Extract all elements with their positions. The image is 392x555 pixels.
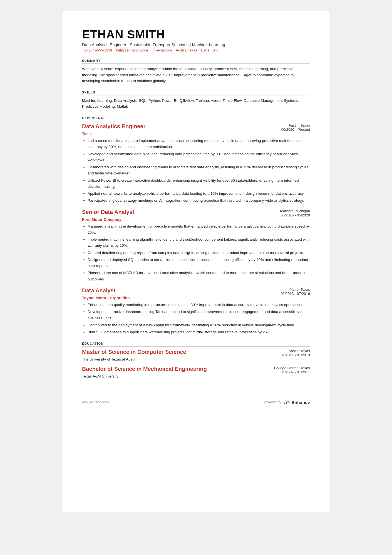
exp-bullet-2-4: Designed and deployed SQL queries to str… — [88, 257, 310, 269]
skills-text: Machine Learning, Data Analysis, SQL, Py… — [82, 98, 310, 110]
experience-section-label: EXPERIENCE — [82, 116, 310, 121]
contact-linkedin[interactable]: linkedin.com — [152, 48, 172, 52]
exp-bullet-1-1: Led a cross-functional team to implement… — [88, 138, 310, 150]
exp-location-2: Dearborn, Michigan — [279, 209, 310, 213]
exp-bullet-2-1: Managed a team in the development of pre… — [88, 223, 310, 236]
exp-meta-2: Dearborn, Michigan 08/2016 - 05/2020 — [279, 209, 310, 217]
edu-location-1: Austin, Texas — [281, 349, 310, 353]
resume-page: ETHAN SMITH Data Analytics Engineer | Su… — [63, 11, 329, 512]
exp-company-1: Tesla — [82, 132, 310, 136]
exp-bullet-1-6: Participated in global strategy meetings… — [88, 198, 310, 204]
exp-bullet-1-3: Collaborated with design and engineering… — [88, 164, 310, 177]
exp-date-1: 06/2020 - Present — [281, 127, 310, 132]
experience-entry-2: Senior Data Analyst Dearborn, Michigan 0… — [82, 209, 310, 282]
footer: www.enhancv.com Powered by Enhancv — [82, 395, 310, 405]
education-entry-2: Bachelor of Science in Mechanical Engine… — [82, 366, 310, 378]
edu-school-2: Texas A&M University — [82, 374, 310, 378]
exp-bullets-3: Enhanced data quality monitoring infrast… — [82, 302, 310, 335]
enhancv-brand-name: Enhancv — [292, 400, 310, 405]
summary-text: With over 10 years' experience in data a… — [82, 66, 310, 84]
exp-bullets-2: Managed a team in the development of pre… — [82, 223, 310, 282]
exp-header-2: Senior Data Analyst Dearborn, Michigan 0… — [82, 209, 310, 217]
contact-line: +1-(234)-555-1234 help@enhancv.com linke… — [82, 48, 310, 52]
exp-bullet-3-4: Built SQL databases to support data ware… — [88, 329, 310, 335]
exp-bullet-3-2: Developed interactive dashboards using T… — [88, 309, 310, 321]
exp-meta-1: Austin, Texas 06/2020 - Present — [281, 123, 310, 132]
edu-date-1: 01/2011 - 01/2013 — [281, 353, 310, 357]
summary-section-label: SUMMARY — [82, 59, 310, 64]
exp-bullet-1-4: Utilized Power BI to create interactive … — [88, 177, 310, 190]
edu-date-2: 01/2007 - 01/2011 — [274, 370, 310, 374]
exp-bullet-3-1: Enhanced data quality monitoring infrast… — [88, 302, 310, 308]
exp-bullets-1: Led a cross-functional team to implement… — [82, 138, 310, 204]
exp-date-2: 08/2016 - 05/2020 — [279, 213, 310, 217]
education-entry-1: Master of Science in Computer Science Au… — [82, 349, 310, 361]
contact-email[interactable]: help@enhancv.com — [116, 48, 148, 52]
contact-extra: Extra Field — [201, 48, 218, 52]
exp-title-1: Data Analytics Engineer — [82, 123, 145, 130]
exp-location-1: Austin, Texas — [281, 123, 310, 127]
exp-bullet-2-5: Pioneered the use of MATLAB for advanced… — [88, 270, 310, 282]
edu-header-1: Master of Science in Computer Science Au… — [82, 349, 310, 357]
enhancv-logo: Enhancv — [283, 400, 310, 405]
exp-title-2: Senior Data Analyst — [82, 209, 134, 215]
svg-point-0 — [286, 402, 287, 403]
exp-bullet-1-2: Developed and streamlined data pipelines… — [88, 151, 310, 164]
exp-company-2: Ford Motor Company — [82, 217, 310, 222]
candidate-name: ETHAN SMITH — [82, 28, 310, 41]
footer-website: www.enhancv.com — [82, 400, 110, 404]
exp-date-3: 01/2013 - 07/2016 — [281, 292, 310, 296]
edu-title-2: Bachelor of Science in Mechanical Engine… — [82, 366, 207, 372]
candidate-title: Data Analytics Engineer | Sustainable Tr… — [82, 42, 310, 47]
edu-meta-1: Austin, Texas 01/2011 - 01/2013 — [281, 349, 310, 357]
enhancv-icon — [283, 400, 291, 405]
contact-location: Austin, Texas — [176, 48, 197, 52]
experience-entry-3: Data Analyst Plano, Texas 01/2013 - 07/2… — [82, 287, 310, 335]
exp-header-1: Data Analytics Engineer Austin, Texas 06… — [82, 123, 310, 132]
education-section-label: EDUCATION — [82, 342, 310, 347]
exp-location-3: Plano, Texas — [281, 287, 310, 292]
edu-header-2: Bachelor of Science in Mechanical Engine… — [82, 366, 310, 374]
skills-section-label: SKILLS — [82, 91, 310, 95]
exp-meta-3: Plano, Texas 01/2013 - 07/2016 — [281, 287, 310, 296]
contact-phone: +1-(234)-555-1234 — [82, 48, 112, 52]
exp-bullet-2-3: Created detailed engineering reports fro… — [88, 250, 310, 256]
exp-company-3: Toyota Motor Corporation — [82, 296, 310, 300]
exp-title-3: Data Analyst — [82, 287, 115, 294]
exp-bullet-1-5: Applied neural networks to analyze vehic… — [88, 191, 310, 197]
edu-location-2: College Station, Texas — [274, 366, 310, 370]
exp-bullet-2-2: Implemented machine learning algorithms … — [88, 236, 310, 249]
edu-school-1: The University of Texas at Austin — [82, 357, 310, 361]
edu-title-1: Master of Science in Computer Science — [82, 349, 186, 355]
footer-powered: Powered by Enhancv — [264, 400, 310, 405]
experience-entry-1: Data Analytics Engineer Austin, Texas 06… — [82, 123, 310, 204]
edu-meta-2: College Station, Texas 01/2007 - 01/2011 — [274, 366, 310, 374]
exp-header-3: Data Analyst Plano, Texas 01/2013 - 07/2… — [82, 287, 310, 296]
powered-by-label: Powered by — [264, 400, 281, 404]
exp-bullet-3-3: Contributed to the deployment of a new d… — [88, 322, 310, 328]
header: ETHAN SMITH Data Analytics Engineer | Su… — [82, 28, 310, 52]
